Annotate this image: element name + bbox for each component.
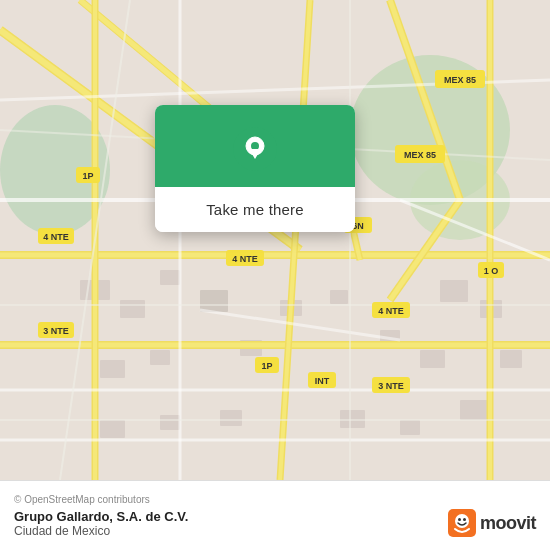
svg-point-87 (463, 518, 466, 521)
svg-text:1P: 1P (261, 361, 272, 371)
svg-rect-16 (420, 350, 445, 368)
svg-rect-13 (440, 280, 468, 302)
svg-text:MEX 85: MEX 85 (444, 75, 476, 85)
svg-point-85 (455, 514, 469, 528)
place-info: Grupo Gallardo, S.A. de C.V. Ciudad de M… (14, 509, 188, 538)
svg-text:4 NTE: 4 NTE (378, 306, 404, 316)
place-city: Ciudad de Mexico (14, 524, 188, 538)
svg-rect-18 (160, 415, 180, 430)
take-me-there-button[interactable]: Take me there (155, 187, 355, 232)
svg-text:3 NTE: 3 NTE (378, 381, 404, 391)
svg-text:1 O: 1 O (484, 266, 499, 276)
svg-rect-23 (500, 350, 522, 368)
svg-rect-19 (220, 410, 242, 426)
moovit-brand-icon (448, 509, 476, 537)
svg-rect-22 (460, 400, 488, 420)
svg-rect-6 (160, 270, 180, 285)
svg-text:4 NTE: 4 NTE (232, 254, 258, 264)
bottom-content: Grupo Gallardo, S.A. de C.V. Ciudad de M… (14, 509, 536, 538)
svg-text:1P: 1P (82, 171, 93, 181)
map-container: MEX 85 MEX 85 4 NTE 4 NTE 4 NTE 3 NTE 3 … (0, 0, 550, 480)
svg-text:MEX 85: MEX 85 (404, 150, 436, 160)
attribution-text: © OpenStreetMap contributors (14, 494, 536, 505)
svg-point-86 (458, 518, 461, 521)
location-pin-icon (233, 127, 277, 171)
svg-rect-10 (100, 360, 125, 378)
svg-text:INT: INT (315, 376, 330, 386)
svg-rect-21 (400, 420, 420, 435)
svg-rect-5 (120, 300, 145, 318)
card-header (155, 105, 355, 187)
svg-rect-9 (330, 290, 348, 304)
svg-rect-7 (200, 290, 228, 312)
svg-rect-17 (100, 420, 125, 438)
svg-point-82 (251, 142, 259, 150)
svg-text:4 NTE: 4 NTE (43, 232, 69, 242)
bottom-bar: © OpenStreetMap contributors Grupo Galla… (0, 480, 550, 550)
moovit-label: moovit (480, 513, 536, 534)
svg-text:3 NTE: 3 NTE (43, 326, 69, 336)
moovit-logo: moovit (448, 509, 536, 537)
place-name: Grupo Gallardo, S.A. de C.V. (14, 509, 188, 524)
map-background: MEX 85 MEX 85 4 NTE 4 NTE 4 NTE 3 NTE 3 … (0, 0, 550, 480)
location-card: Take me there (155, 105, 355, 232)
svg-rect-11 (150, 350, 170, 365)
